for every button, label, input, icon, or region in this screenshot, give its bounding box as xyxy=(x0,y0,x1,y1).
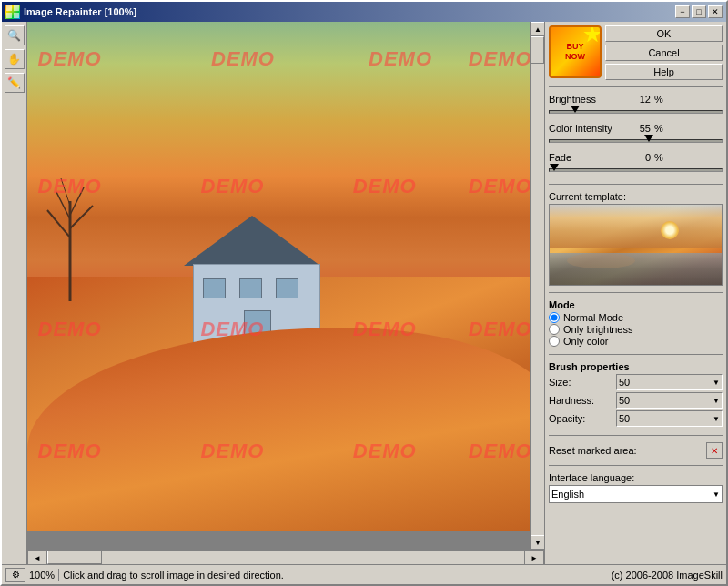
brush-label: Brush properties xyxy=(549,361,723,372)
hardness-spinner[interactable]: ▼ xyxy=(713,397,720,405)
tree-group-left xyxy=(43,165,97,301)
fade-slider-container[interactable] xyxy=(549,168,723,172)
ok-button[interactable]: OK xyxy=(605,25,723,42)
house-window-right xyxy=(276,278,298,298)
brightness-slider-container[interactable] xyxy=(549,110,723,114)
brightness-value: 12 xyxy=(625,94,651,105)
maximize-button[interactable]: □ xyxy=(692,5,706,18)
template-preview[interactable] xyxy=(549,204,723,286)
language-label: Interface language: xyxy=(549,472,723,483)
canvas-container[interactable]: DEMO DEMO DEMO DEMO DEMO DEMO DEMO DEMO … xyxy=(27,22,530,550)
canvas-and-vscroll: DEMO DEMO DEMO DEMO DEMO DEMO DEMO DEMO … xyxy=(27,22,544,550)
brightness-pct: % xyxy=(654,94,663,105)
template-sun-icon xyxy=(661,221,679,239)
canvas-area: DEMO DEMO DEMO DEMO DEMO DEMO DEMO DEMO … xyxy=(27,22,544,564)
brightness-row: Brightness 12 % xyxy=(549,94,723,105)
only-color-row: Only color xyxy=(549,336,723,347)
scroll-up-button[interactable]: ▲ xyxy=(531,22,544,36)
brush-tool-button[interactable]: ✏️ xyxy=(5,73,25,93)
brush-section: Brush properties Size: 50 ▼ Hardness: 50… xyxy=(549,361,723,429)
zoom-tool-button[interactable]: 🔍 xyxy=(5,25,25,45)
reset-label: Reset marked area: xyxy=(549,445,703,456)
template-label: Current template: xyxy=(549,191,723,202)
hscroll-thumb[interactable] xyxy=(47,551,102,564)
fade-thumb xyxy=(550,164,559,171)
scroll-right-button[interactable]: ► xyxy=(524,551,544,564)
hardness-value: 50 xyxy=(619,395,630,406)
buy-now-button[interactable]: BUYNOW xyxy=(549,25,602,78)
divider-3 xyxy=(549,292,723,293)
fade-row: Fade 0 % xyxy=(549,152,723,163)
status-copyright: (c) 2006-2008 ImageSkill xyxy=(612,570,723,581)
hscrollbar-container: ◄ ► xyxy=(27,550,544,564)
hardness-label: Hardness: xyxy=(549,395,612,406)
scroll-left-button[interactable]: ◄ xyxy=(27,551,47,564)
size-label: Size: xyxy=(549,377,612,388)
status-icon: ⚙ xyxy=(12,570,20,580)
normal-mode-row: Normal Mode xyxy=(549,312,723,323)
fade-pct: % xyxy=(654,152,663,163)
title-bar: Image Repainter [100%] − □ ✕ xyxy=(2,2,726,22)
color-intensity-slider-container[interactable] xyxy=(549,139,723,143)
opacity-input[interactable]: 50 ▼ xyxy=(616,410,723,427)
right-panel: BUYNOW OK Cancel Help Brightness 12 % xyxy=(544,22,726,564)
size-input[interactable]: 50 ▼ xyxy=(616,374,723,390)
vscroll-thumb[interactable] xyxy=(531,36,544,64)
help-button[interactable]: Help xyxy=(605,64,723,80)
hardness-row: Hardness: 50 ▼ xyxy=(549,392,723,409)
fade-value: 0 xyxy=(625,152,651,163)
house xyxy=(175,200,357,346)
only-color-radio[interactable] xyxy=(549,336,560,347)
brightness-label: Brightness xyxy=(549,94,622,105)
brightness-track[interactable] xyxy=(549,110,723,114)
svg-line-1 xyxy=(47,210,70,237)
vertical-scrollbar[interactable]: ▲ ▼ xyxy=(530,22,544,550)
content-area: 🔍 ✋ ✏️ xyxy=(2,22,726,564)
status-bar: ⚙ 100% Click and drag to scroll image in… xyxy=(2,564,726,584)
normal-mode-label: Normal Mode xyxy=(563,312,623,323)
reset-button[interactable]: ✕ xyxy=(706,442,723,459)
status-tool-icon[interactable]: ⚙ xyxy=(5,568,25,582)
house-window-left xyxy=(203,278,226,298)
hardness-input[interactable]: 50 ▼ xyxy=(616,392,723,409)
size-spinner[interactable]: ▼ xyxy=(713,379,720,387)
opacity-row: Opacity: 50 ▼ xyxy=(549,410,723,427)
cancel-button[interactable]: Cancel xyxy=(605,45,723,61)
only-brightness-radio[interactable] xyxy=(549,324,560,335)
window-title: Image Repainter [100%] xyxy=(24,6,136,17)
close-button[interactable]: ✕ xyxy=(708,5,723,18)
scroll-down-button[interactable]: ▼ xyxy=(531,535,544,550)
house-window-center xyxy=(239,278,262,298)
size-value: 50 xyxy=(619,377,630,388)
divider-1 xyxy=(549,86,723,87)
status-zoom: 100% xyxy=(29,570,55,581)
fade-track[interactable] xyxy=(549,168,723,172)
opacity-spinner[interactable]: ▼ xyxy=(713,415,720,423)
divider-4 xyxy=(549,354,723,355)
only-brightness-label: Only brightness xyxy=(563,324,632,335)
only-color-label: Only color xyxy=(563,336,609,347)
divider-5 xyxy=(549,435,723,436)
language-select[interactable]: English ▼ xyxy=(549,485,723,503)
house-roof xyxy=(184,216,320,266)
buy-star-icon xyxy=(583,25,602,44)
color-intensity-pct: % xyxy=(654,123,663,134)
pan-tool-button[interactable]: ✋ xyxy=(5,49,25,69)
language-section: Interface language: English ▼ xyxy=(549,472,723,503)
svg-line-3 xyxy=(56,192,70,219)
fade-label: Fade xyxy=(549,152,622,163)
app-icon xyxy=(5,5,20,19)
template-sky xyxy=(550,205,722,248)
reset-icon: ✕ xyxy=(711,446,718,456)
svg-line-5 xyxy=(61,178,70,206)
status-left-area: ⚙ 100% Click and drag to scroll image in… xyxy=(5,568,284,582)
color-intensity-track[interactable] xyxy=(549,139,723,143)
vscroll-track[interactable] xyxy=(531,36,544,535)
main-window: Image Repainter [100%] − □ ✕ 🔍 ✋ ✏️ xyxy=(0,0,728,586)
left-toolbar: 🔍 ✋ ✏️ xyxy=(2,22,27,564)
minimize-button[interactable]: − xyxy=(675,5,690,18)
hscroll-track[interactable] xyxy=(47,551,524,564)
template-section: Current template: xyxy=(549,191,723,286)
normal-mode-radio[interactable] xyxy=(549,312,560,323)
color-intensity-value: 55 xyxy=(625,123,651,134)
